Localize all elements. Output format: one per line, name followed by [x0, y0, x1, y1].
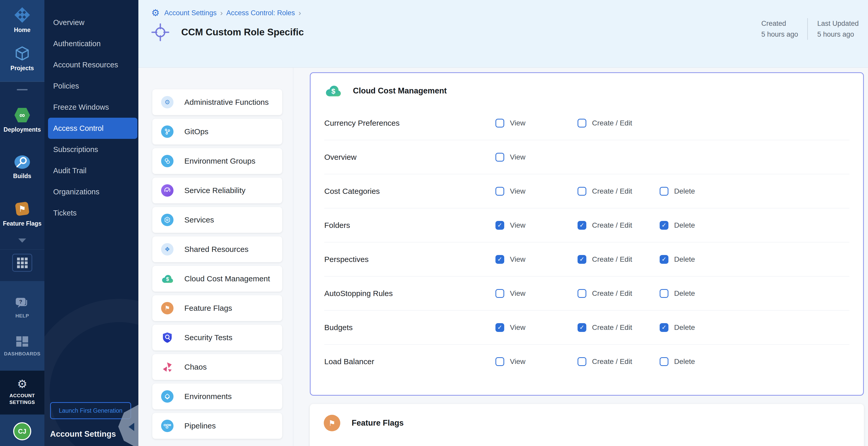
resource-card-gitops[interactable]: GitOps	[152, 119, 282, 145]
resource-card-services[interactable]: Services	[152, 207, 282, 233]
resource-card-environment-groups[interactable]: Environment Groups	[152, 148, 282, 174]
permissions-column: $ Cloud Cost Management Currency Prefere…	[293, 68, 868, 446]
resource-card-administrative-functions[interactable]: ⚙ Administrative Functions	[152, 89, 282, 115]
create-edit-checkbox[interactable]	[578, 187, 586, 196]
view-checkbox[interactable]	[495, 221, 504, 230]
svg-text:⚑: ⚑	[19, 204, 26, 214]
resource-group-list: ⚙ Administrative Functions GitOps Enviro…	[138, 68, 293, 446]
view-checkbox[interactable]	[495, 289, 504, 298]
resource-card-shared-resources[interactable]: ❖ Shared Resources	[152, 236, 282, 262]
sidebar-item-tickets[interactable]: Tickets	[44, 202, 138, 224]
resource-card-pipelines[interactable]: Pipelines	[152, 413, 282, 439]
delete-checkbox[interactable]	[660, 255, 669, 264]
create-edit-checkbox[interactable]	[578, 255, 586, 264]
role-meta: Created 5 hours ago Last Updated 5 hours…	[752, 18, 868, 40]
view-permission: View	[495, 187, 578, 196]
sidebar-item-access-control[interactable]: Access Control	[48, 118, 137, 139]
delete-permission: Delete	[660, 289, 742, 298]
delete-permission: Delete	[660, 255, 742, 264]
resource-card-cloud-cost-management[interactable]: $ Cloud Cost Management	[152, 266, 282, 292]
view-checkbox[interactable]	[495, 357, 504, 366]
view-checkbox[interactable]	[495, 187, 504, 196]
delete-checkbox[interactable]	[660, 187, 669, 196]
rail-item-label: Feature Flags	[3, 220, 41, 227]
app-window: Home Projects ∞ Deployments Bu	[0, 0, 868, 446]
home-icon	[14, 7, 30, 23]
service-reliability-icon	[161, 184, 174, 197]
ccm-permissions-panel: $ Cloud Cost Management Currency Prefere…	[310, 72, 864, 396]
projects-icon	[14, 45, 30, 61]
create-edit-checkbox[interactable]	[578, 289, 586, 298]
rail-section-lower: ? HELP DASHBOARDS ⚙ ACCOUNT SETTINGS CJ	[0, 281, 44, 446]
chevron-down-icon[interactable]	[18, 238, 26, 243]
panel-title: Feature Flags	[352, 418, 404, 428]
view-permission: View	[495, 153, 578, 162]
delete-checkbox[interactable]	[660, 357, 669, 366]
sidebar-item-organizations[interactable]: Organizations	[44, 181, 138, 202]
breadcrumb-separator: ›	[299, 9, 301, 17]
rail-item-builds[interactable]: Builds	[13, 155, 31, 180]
last-updated-label: Last Updated	[817, 18, 859, 29]
services-icon	[161, 214, 174, 226]
permission-rows: Currency Preferences View Create / Edit …	[324, 106, 849, 378]
delete-checkbox[interactable]	[660, 323, 669, 332]
delete-checkbox[interactable]	[660, 221, 669, 230]
create-edit-checkbox[interactable]	[578, 323, 586, 332]
resource-card-environments[interactable]: Environments	[152, 384, 282, 409]
module-rail: Home Projects ∞ Deployments Bu	[0, 0, 44, 446]
builds-icon	[14, 155, 30, 169]
admin-functions-icon: ⚙	[161, 96, 174, 108]
resource-card-chaos[interactable]: Chaos	[152, 354, 282, 380]
module-picker-button[interactable]	[12, 254, 32, 272]
rail-item-projects[interactable]: Projects	[10, 45, 34, 72]
view-checkbox[interactable]	[495, 153, 504, 162]
resource-card-feature-flags[interactable]: ⚑ Feature Flags	[152, 295, 282, 321]
rail-item-home[interactable]: Home	[14, 7, 30, 34]
create-edit-permission: Create / Edit	[578, 221, 660, 230]
view-checkbox[interactable]	[495, 119, 504, 128]
sidebar-item-authentication[interactable]: Authentication	[44, 33, 138, 54]
environment-groups-icon	[161, 155, 174, 167]
sidebar-item-policies[interactable]: Policies	[44, 75, 138, 97]
create-edit-checkbox[interactable]	[578, 221, 586, 230]
breadcrumb-account-settings[interactable]: Account Settings	[164, 9, 217, 17]
grid-icon	[17, 258, 28, 268]
avatar[interactable]: CJ	[13, 422, 31, 440]
resource-card-service-reliability[interactable]: Service Reliability	[152, 178, 282, 203]
delete-permission: Delete	[660, 323, 742, 332]
rail-item-help[interactable]: ? HELP	[15, 297, 29, 319]
view-permission: View	[495, 119, 578, 128]
breadcrumb-access-control-roles[interactable]: Access Control: Roles	[226, 9, 295, 17]
breadcrumb: ⚙ Account Settings › Access Control: Rol…	[151, 0, 868, 18]
rail-item-deployments[interactable]: ∞ Deployments	[4, 107, 41, 133]
rail-item-label: DASHBOARDS	[4, 351, 40, 357]
permission-row-budgets: Budgets View Create / Edit Delete	[324, 311, 849, 345]
rail-section-top: Home Projects	[0, 0, 44, 82]
created-label: Created	[762, 18, 798, 29]
permission-row-perspectives: Perspectives View Create / Edit Delete	[324, 242, 849, 277]
rail-item-account-settings[interactable]: ⚙ ACCOUNT SETTINGS	[0, 371, 44, 415]
view-checkbox[interactable]	[495, 323, 504, 332]
view-checkbox[interactable]	[495, 255, 504, 264]
delete-checkbox[interactable]	[660, 289, 669, 298]
sidebar-item-subscriptions[interactable]: Subscriptions	[44, 139, 138, 160]
rail-divider-dash	[17, 89, 28, 90]
rail-item-dashboards[interactable]: DASHBOARDS	[4, 336, 40, 357]
page-header: ⚙ Account Settings › Access Control: Rol…	[138, 0, 868, 68]
collapse-sidebar-button[interactable]	[129, 423, 134, 431]
create-edit-checkbox[interactable]	[578, 357, 586, 366]
launch-first-generation-button[interactable]: Launch First Generation	[50, 402, 131, 419]
sidebar-item-audit-trail[interactable]: Audit Trail	[44, 160, 138, 181]
sidebar-item-account-resources[interactable]: Account Resources	[44, 54, 138, 75]
sidebar-item-freeze-windows[interactable]: Freeze Windows	[44, 97, 138, 118]
resource-card-security-tests[interactable]: Security Tests	[152, 325, 282, 351]
panel-header: ⚑ Feature Flags	[324, 415, 864, 431]
settings-sidebar: Overview Authentication Account Resource…	[44, 0, 138, 446]
rail-section-modules: ∞ Deployments Builds ⚑ Feature Flags	[0, 82, 44, 281]
permission-row-folders: Folders View Create / Edit Delete	[324, 208, 849, 242]
create-edit-permission: Create / Edit	[578, 289, 660, 298]
rail-item-feature-flags[interactable]: ⚑ Feature Flags	[3, 201, 41, 227]
sidebar-item-overview[interactable]: Overview	[44, 12, 138, 33]
create-edit-permission: Create / Edit	[578, 119, 660, 128]
create-edit-checkbox[interactable]	[578, 119, 586, 128]
